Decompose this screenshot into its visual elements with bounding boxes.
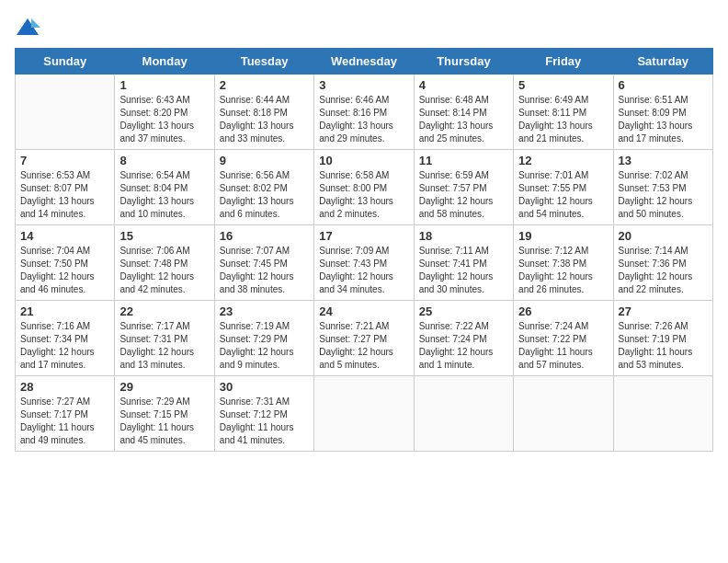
weekday-header: Sunday <box>16 49 115 75</box>
calendar-cell: 15Sunrise: 7:06 AM Sunset: 7:48 PM Dayli… <box>115 225 214 301</box>
day-number: 2 <box>220 78 309 92</box>
calendar-week-row: 7Sunrise: 6:53 AM Sunset: 8:07 PM Daylig… <box>16 150 713 225</box>
day-number: 28 <box>20 380 109 394</box>
day-number: 13 <box>619 154 708 167</box>
day-number: 19 <box>518 229 608 243</box>
calendar-cell: 13Sunrise: 7:02 AM Sunset: 7:53 PM Dayli… <box>613 150 712 225</box>
calendar-cell: 19Sunrise: 7:12 AM Sunset: 7:38 PM Dayli… <box>514 225 613 301</box>
calendar-cell: 14Sunrise: 7:04 AM Sunset: 7:50 PM Dayli… <box>16 225 115 301</box>
day-number: 21 <box>20 304 109 318</box>
day-number: 17 <box>319 229 408 243</box>
day-info: Sunrise: 7:02 AM Sunset: 7:53 PM Dayligh… <box>619 169 708 221</box>
day-info: Sunrise: 7:21 AM Sunset: 7:27 PM Dayligh… <box>319 320 408 372</box>
day-number: 1 <box>119 78 209 92</box>
day-info: Sunrise: 6:51 AM Sunset: 8:09 PM Dayligh… <box>619 94 708 145</box>
calendar-cell: 4Sunrise: 6:48 AM Sunset: 8:14 PM Daylig… <box>414 75 513 150</box>
day-number: 16 <box>220 229 309 243</box>
day-info: Sunrise: 6:54 AM Sunset: 8:04 PM Dayligh… <box>119 169 209 221</box>
day-info: Sunrise: 7:07 AM Sunset: 7:45 PM Dayligh… <box>220 245 309 296</box>
calendar-cell: 9Sunrise: 6:56 AM Sunset: 8:02 PM Daylig… <box>214 150 313 225</box>
day-number: 7 <box>20 154 109 167</box>
calendar-cell: 5Sunrise: 6:49 AM Sunset: 8:11 PM Daylig… <box>514 75 613 150</box>
day-info: Sunrise: 7:17 AM Sunset: 7:31 PM Dayligh… <box>119 320 209 372</box>
calendar-cell: 21Sunrise: 7:16 AM Sunset: 7:34 PM Dayli… <box>16 301 115 376</box>
day-info: Sunrise: 7:29 AM Sunset: 7:15 PM Dayligh… <box>119 396 209 447</box>
day-number: 14 <box>20 229 109 243</box>
calendar-cell: 26Sunrise: 7:24 AM Sunset: 7:22 PM Dayli… <box>514 301 613 376</box>
day-info: Sunrise: 6:53 AM Sunset: 8:07 PM Dayligh… <box>20 169 109 221</box>
day-info: Sunrise: 6:56 AM Sunset: 8:02 PM Dayligh… <box>220 169 309 221</box>
day-number: 18 <box>419 229 508 243</box>
calendar-cell: 18Sunrise: 7:11 AM Sunset: 7:41 PM Dayli… <box>414 225 513 301</box>
calendar-cell <box>414 376 513 452</box>
logo <box>15 15 44 40</box>
day-info: Sunrise: 6:58 AM Sunset: 8:00 PM Dayligh… <box>319 169 408 221</box>
day-info: Sunrise: 7:27 AM Sunset: 7:17 PM Dayligh… <box>20 396 109 447</box>
weekday-header: Thursday <box>414 49 513 75</box>
day-number: 9 <box>220 154 309 167</box>
day-info: Sunrise: 6:43 AM Sunset: 8:20 PM Dayligh… <box>119 94 209 145</box>
day-number: 24 <box>319 304 408 318</box>
calendar-cell: 10Sunrise: 6:58 AM Sunset: 8:00 PM Dayli… <box>314 150 414 225</box>
day-info: Sunrise: 7:14 AM Sunset: 7:36 PM Dayligh… <box>619 245 708 296</box>
weekday-header: Saturday <box>613 49 712 75</box>
calendar-cell: 23Sunrise: 7:19 AM Sunset: 7:29 PM Dayli… <box>214 301 313 376</box>
calendar-week-row: 14Sunrise: 7:04 AM Sunset: 7:50 PM Dayli… <box>16 225 713 301</box>
logo-icon <box>15 15 40 40</box>
weekday-header: Wednesday <box>314 49 414 75</box>
calendar-cell: 28Sunrise: 7:27 AM Sunset: 7:17 PM Dayli… <box>16 376 115 452</box>
calendar-cell: 30Sunrise: 7:31 AM Sunset: 7:12 PM Dayli… <box>214 376 313 452</box>
day-number: 20 <box>619 229 708 243</box>
day-number: 29 <box>119 380 209 394</box>
day-number: 27 <box>619 304 708 318</box>
day-info: Sunrise: 7:01 AM Sunset: 7:55 PM Dayligh… <box>518 169 608 221</box>
calendar-cell <box>514 376 613 452</box>
weekday-header-row: SundayMondayTuesdayWednesdayThursdayFrid… <box>16 49 713 75</box>
calendar-cell: 17Sunrise: 7:09 AM Sunset: 7:43 PM Dayli… <box>314 225 414 301</box>
day-info: Sunrise: 7:06 AM Sunset: 7:48 PM Dayligh… <box>119 245 209 296</box>
day-info: Sunrise: 6:44 AM Sunset: 8:18 PM Dayligh… <box>220 94 309 145</box>
calendar-cell: 22Sunrise: 7:17 AM Sunset: 7:31 PM Dayli… <box>115 301 214 376</box>
page-header <box>15 15 713 40</box>
calendar-cell: 7Sunrise: 6:53 AM Sunset: 8:07 PM Daylig… <box>16 150 115 225</box>
calendar-cell <box>613 376 712 452</box>
day-info: Sunrise: 6:48 AM Sunset: 8:14 PM Dayligh… <box>419 94 508 145</box>
calendar-cell: 6Sunrise: 6:51 AM Sunset: 8:09 PM Daylig… <box>613 75 712 150</box>
calendar-cell: 16Sunrise: 7:07 AM Sunset: 7:45 PM Dayli… <box>214 225 313 301</box>
calendar-cell: 25Sunrise: 7:22 AM Sunset: 7:24 PM Dayli… <box>414 301 513 376</box>
day-info: Sunrise: 7:12 AM Sunset: 7:38 PM Dayligh… <box>518 245 608 296</box>
svg-marker-1 <box>31 18 40 28</box>
day-number: 6 <box>619 78 708 92</box>
calendar-cell: 12Sunrise: 7:01 AM Sunset: 7:55 PM Dayli… <box>514 150 613 225</box>
day-number: 15 <box>119 229 209 243</box>
calendar-cell <box>16 75 115 150</box>
day-info: Sunrise: 7:11 AM Sunset: 7:41 PM Dayligh… <box>419 245 508 296</box>
calendar-week-row: 1Sunrise: 6:43 AM Sunset: 8:20 PM Daylig… <box>16 75 713 150</box>
day-info: Sunrise: 7:22 AM Sunset: 7:24 PM Dayligh… <box>419 320 508 372</box>
day-info: Sunrise: 7:31 AM Sunset: 7:12 PM Dayligh… <box>220 396 309 447</box>
day-info: Sunrise: 6:49 AM Sunset: 8:11 PM Dayligh… <box>518 94 608 145</box>
calendar-table: SundayMondayTuesdayWednesdayThursdayFrid… <box>15 48 713 452</box>
calendar-cell: 20Sunrise: 7:14 AM Sunset: 7:36 PM Dayli… <box>613 225 712 301</box>
calendar-cell: 1Sunrise: 6:43 AM Sunset: 8:20 PM Daylig… <box>115 75 214 150</box>
day-info: Sunrise: 6:59 AM Sunset: 7:57 PM Dayligh… <box>419 169 508 221</box>
calendar-cell: 2Sunrise: 6:44 AM Sunset: 8:18 PM Daylig… <box>214 75 313 150</box>
day-info: Sunrise: 6:46 AM Sunset: 8:16 PM Dayligh… <box>319 94 408 145</box>
day-number: 22 <box>119 304 209 318</box>
calendar-cell: 3Sunrise: 6:46 AM Sunset: 8:16 PM Daylig… <box>314 75 414 150</box>
day-number: 23 <box>220 304 309 318</box>
day-number: 8 <box>119 154 209 167</box>
calendar-week-row: 28Sunrise: 7:27 AM Sunset: 7:17 PM Dayli… <box>16 376 713 452</box>
day-number: 5 <box>518 78 608 92</box>
calendar-cell: 24Sunrise: 7:21 AM Sunset: 7:27 PM Dayli… <box>314 301 414 376</box>
day-info: Sunrise: 7:24 AM Sunset: 7:22 PM Dayligh… <box>518 320 608 372</box>
weekday-header: Friday <box>514 49 613 75</box>
day-number: 26 <box>518 304 608 318</box>
day-info: Sunrise: 7:19 AM Sunset: 7:29 PM Dayligh… <box>220 320 309 372</box>
calendar-cell: 11Sunrise: 6:59 AM Sunset: 7:57 PM Dayli… <box>414 150 513 225</box>
day-number: 10 <box>319 154 408 167</box>
calendar-cell: 29Sunrise: 7:29 AM Sunset: 7:15 PM Dayli… <box>115 376 214 452</box>
day-info: Sunrise: 7:09 AM Sunset: 7:43 PM Dayligh… <box>319 245 408 296</box>
calendar-cell <box>314 376 414 452</box>
day-number: 30 <box>220 380 309 394</box>
